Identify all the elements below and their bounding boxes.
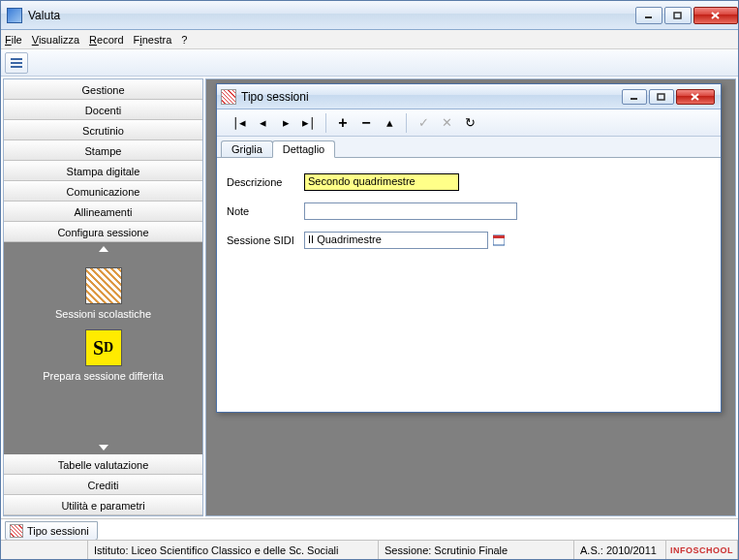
record-up-icon[interactable]: ▴: [379, 112, 400, 134]
minimize-button[interactable]: [635, 7, 662, 24]
nav-next-icon[interactable]: ▸: [275, 112, 296, 134]
menu-visualizza[interactable]: Visualizza: [32, 34, 79, 46]
svg-rect-1: [674, 13, 681, 18]
child-close-button[interactable]: [676, 89, 715, 105]
task-tab-icon: [10, 524, 23, 538]
child-maximize-button[interactable]: [649, 89, 674, 105]
sessione-sidi-picker-icon[interactable]: [492, 233, 506, 247]
menu-file[interactable]: File: [5, 34, 22, 46]
nav-first-icon[interactable]: ∣◂: [229, 112, 250, 134]
sidebar-btn-stampe[interactable]: Stampe: [4, 140, 202, 161]
child-titlebar: Tipo sessioni: [217, 84, 721, 109]
nav-last-icon[interactable]: ▸∣: [298, 112, 320, 134]
child-window-title: Tipo sessioni: [241, 90, 622, 104]
note-label: Note: [227, 205, 304, 217]
sidebar-btn-allineamenti[interactable]: Allineamenti: [4, 202, 202, 222]
record-add-icon[interactable]: +: [332, 112, 354, 134]
close-button[interactable]: [693, 7, 738, 24]
sidebar-btn-docenti[interactable]: Docenti: [4, 100, 202, 120]
sidebar-panel: Sessioni scolastiche SD Prepara sessione…: [4, 242, 202, 454]
sidebar-btn-stampa-digitale[interactable]: Stampa digitale: [4, 161, 202, 181]
sidebar-btn-gestione[interactable]: Gestione: [4, 79, 202, 100]
app-icon: [7, 8, 22, 23]
svg-rect-9: [493, 235, 505, 238]
menu-record[interactable]: Record: [89, 34, 123, 46]
record-refresh-icon[interactable]: ↻: [459, 112, 480, 134]
tab-griglia[interactable]: Griglia: [221, 140, 273, 157]
note-field[interactable]: [304, 202, 517, 220]
main-area: Gestione Docenti Scrutinio Stampe Stampa…: [1, 77, 738, 518]
record-cancel-icon[interactable]: ✕: [436, 112, 457, 134]
sessione-sidi-label: Sessione SIDI: [227, 234, 304, 246]
status-empty: [1, 541, 88, 559]
prepara-sessione-differita-label[interactable]: Prepara sessione differita: [8, 370, 199, 382]
status-sessione: Sessione: Scrutinio Finale: [379, 541, 574, 559]
tab-dettaglio[interactable]: Dettaglio: [272, 140, 335, 158]
sessione-sidi-field[interactable]: II Quadrimestre: [304, 232, 488, 249]
sidebar-btn-configura-sessione[interactable]: Configura sessione: [4, 222, 202, 242]
menu-finestra[interactable]: Finestra: [134, 34, 172, 46]
descrizione-label: Descrizione: [227, 176, 304, 188]
sidebar-btn-scrutinio[interactable]: Scrutinio: [4, 120, 202, 140]
sidebar-btn-comunicazione[interactable]: Comunicazione: [4, 181, 202, 202]
record-remove-icon[interactable]: −: [355, 112, 377, 134]
sidebar-scroll-down[interactable]: [4, 441, 202, 454]
sessioni-scolastiche-label[interactable]: Sessioni scolastiche: [8, 308, 199, 320]
sidebar: Gestione Docenti Scrutinio Stampe Stampa…: [3, 78, 203, 516]
child-window-icon: [221, 89, 236, 105]
menubar: File Visualizza Record Finestra ?: [1, 30, 738, 49]
toggle-sidebar-button[interactable]: [5, 52, 28, 74]
child-window-tipo-sessioni: Tipo sessioni ∣◂ ◂ ▸ ▸∣ + − ▴ ✓ ✕: [216, 83, 722, 413]
sidebar-btn-crediti[interactable]: Crediti: [4, 475, 202, 495]
record-apply-icon[interactable]: ✓: [413, 112, 434, 134]
sessioni-scolastiche-icon[interactable]: [85, 267, 122, 304]
child-toolbar: ∣◂ ◂ ▸ ▸∣ + − ▴ ✓ ✕ ↻: [217, 109, 721, 137]
maximize-button[interactable]: [664, 7, 692, 24]
child-minimize-button[interactable]: [622, 89, 647, 105]
descrizione-field[interactable]: Secondo quadrimestre: [304, 173, 459, 191]
window-title: Valuta: [28, 9, 633, 22]
nav-prev-icon[interactable]: ◂: [252, 112, 273, 134]
mdi-task-tabs: Tipo sessioni: [1, 518, 738, 540]
sidebar-scroll-up[interactable]: [4, 242, 202, 256]
sidebar-btn-utilita-parametri[interactable]: Utilità e parametri: [4, 495, 202, 515]
task-tab-tipo-sessioni[interactable]: Tipo sessioni: [5, 521, 98, 541]
status-brand: INFOSCHOOL: [666, 541, 738, 559]
status-istituto: Istituto: Liceo Scientifico Classico e d…: [88, 541, 379, 559]
prepara-sessione-differita-icon[interactable]: SD: [85, 329, 122, 366]
window-titlebar: Valuta: [1, 1, 738, 30]
form-dettaglio: Descrizione Secondo quadrimestre Note Se…: [217, 158, 721, 412]
child-tabs: Griglia Dettaglio: [217, 137, 721, 158]
statusbar: Istituto: Liceo Scientifico Classico e d…: [1, 540, 738, 559]
svg-rect-5: [658, 94, 664, 100]
task-tab-label: Tipo sessioni: [27, 525, 89, 537]
status-anno: A.S.: 2010/2011: [574, 541, 666, 559]
menu-help[interactable]: ?: [181, 34, 187, 46]
sidebar-btn-tabelle-valutazione[interactable]: Tabelle valutazione: [4, 454, 202, 475]
mdi-client: Tipo sessioni ∣◂ ◂ ▸ ▸∣ + − ▴ ✓ ✕: [205, 78, 736, 516]
main-toolbar: [1, 49, 738, 77]
